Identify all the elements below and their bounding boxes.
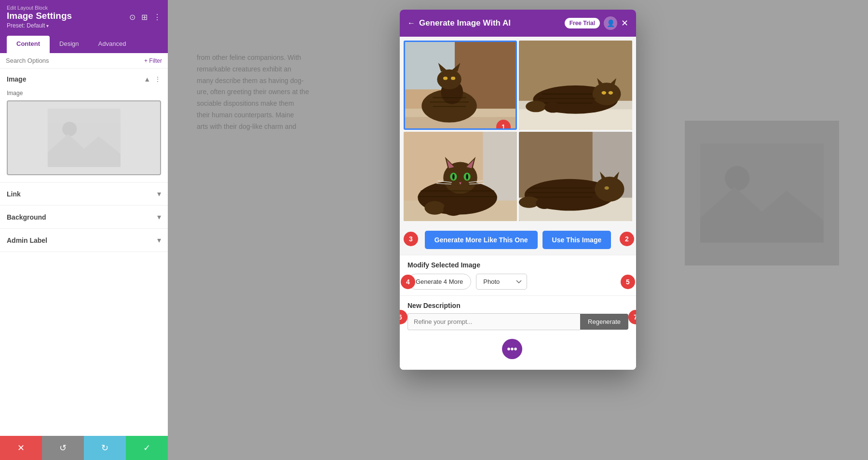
new-description-section: New Description 6 Regenerate 7 — [400, 295, 636, 338]
new-description-row: 6 Regenerate 7 — [407, 313, 628, 330]
modal-overlay[interactable]: ← Generate Image With AI Free Trial 👤 ✕ — [168, 0, 868, 460]
ai-modal-title: Generate Image With AI — [419, 18, 511, 28]
svg-point-59 — [595, 177, 624, 202]
svg-point-67 — [536, 198, 553, 209]
modify-section: Modify Selected Image 4 Generate 4 More … — [400, 255, 636, 295]
admin-label-section-header[interactable]: Admin Label ▾ — [0, 229, 168, 251]
step-badge-2: 2 — [620, 232, 634, 246]
svg-point-44 — [452, 174, 455, 180]
chevron-down-icon-admin: ▾ — [157, 236, 161, 245]
svg-point-23 — [593, 83, 621, 105]
grid-image-2[interactable] — [519, 41, 632, 130]
image-section: Image ▲ ⋮ Image — [0, 69, 168, 182]
sidebar-title-group: Edit Layout Block Image Settings Preset:… — [7, 5, 72, 29]
step-badge-3: 3 — [404, 232, 418, 246]
tab-design[interactable]: Design — [50, 36, 88, 53]
svg-point-45 — [466, 174, 468, 180]
cat-image-2 — [519, 41, 632, 130]
more-options-button[interactable]: ••• — [502, 339, 522, 359]
svg-point-11 — [437, 70, 461, 89]
photo-style-select[interactable]: Photo Illustration Sketch Painting — [476, 274, 527, 290]
tab-advanced[interactable]: Advanced — [89, 36, 136, 53]
svg-point-31 — [526, 101, 546, 112]
image-section-controls: ▲ ⋮ — [144, 75, 161, 83]
save-icon: ✓ — [143, 443, 150, 453]
step-badge-7: 7 — [628, 310, 636, 324]
ai-modal-body[interactable]: 1 — [400, 37, 636, 370]
image-section-content: Image — [0, 90, 168, 182]
section-more-icon[interactable]: ⋮ — [154, 75, 161, 83]
chevron-down-icon: ▾ — [46, 23, 49, 28]
target-icon[interactable]: ⊙ — [129, 13, 136, 22]
cat-image-1 — [405, 42, 515, 128]
window-title: Edit Layout Block — [7, 5, 72, 11]
image-field-label: Image — [7, 90, 161, 97]
free-trial-badge: Free Trial — [565, 18, 600, 28]
step-badge-6: 6 — [400, 310, 407, 324]
grid-image-4[interactable] — [519, 132, 632, 221]
admin-label-section: Admin Label ▾ — [0, 229, 168, 252]
background-section: Background ▾ — [0, 206, 168, 229]
svg-point-1 — [62, 122, 77, 136]
sidebar: Edit Layout Block Image Settings Preset:… — [0, 0, 168, 460]
svg-point-15 — [451, 77, 455, 80]
columns-icon[interactable]: ⊞ — [141, 13, 148, 22]
svg-point-53 — [424, 201, 445, 215]
chevron-down-icon-bg: ▾ — [157, 212, 161, 222]
cancel-icon: ✕ — [17, 443, 25, 453]
svg-point-32 — [544, 102, 561, 112]
sidebar-header-top: Edit Layout Block Image Settings Preset:… — [7, 5, 161, 32]
svg-point-26 — [602, 91, 606, 95]
chevron-down-icon-link: ▾ — [157, 189, 161, 198]
close-button[interactable]: ✕ — [621, 18, 628, 28]
use-image-button[interactable]: Use This Image — [542, 231, 611, 249]
grid-image-3[interactable] — [404, 132, 517, 221]
preset-label[interactable]: Preset: Default ▾ — [7, 22, 72, 29]
step-badge-5: 5 — [621, 275, 635, 289]
svg-point-62 — [604, 186, 609, 190]
search-input[interactable] — [6, 57, 141, 64]
admin-label-section-title: Admin Label — [7, 237, 47, 244]
cat-image-4 — [519, 132, 632, 221]
ai-modal-title-row: ← Generate Image With AI — [407, 18, 511, 28]
search-row: + Filter — [0, 53, 168, 69]
ai-modal: ← Generate Image With AI Free Trial 👤 ✕ — [400, 10, 636, 370]
link-section-header[interactable]: Link ▾ — [0, 182, 168, 205]
more-options-icon[interactable]: ⋮ — [153, 13, 161, 22]
image-section-title: Image — [7, 75, 26, 83]
bottom-bar: ✕ ↺ ↻ ✓ — [0, 436, 168, 460]
modify-controls-row: 4 Generate 4 More Photo Illustration Ske… — [407, 274, 628, 290]
step-badge-4: 4 — [401, 275, 415, 289]
image-placeholder[interactable] — [7, 100, 161, 175]
cat-image-3 — [404, 132, 517, 221]
regenerate-button[interactable]: Regenerate — [580, 314, 628, 330]
save-button[interactable]: ✓ — [126, 436, 168, 460]
user-icon: 👤 — [604, 16, 617, 30]
main-content: from other feline companions. With remar… — [168, 0, 868, 460]
ai-modal-header: ← Generate Image With AI Free Trial 👤 ✕ — [400, 10, 636, 37]
modify-section-title: Modify Selected Image — [407, 261, 628, 269]
action-buttons-row: 3 Generate More Like This One Use This I… — [400, 223, 636, 255]
cancel-button[interactable]: ✕ — [0, 436, 42, 460]
background-section-title: Background — [7, 213, 46, 221]
sidebar-header: Edit Layout Block Image Settings Preset:… — [0, 0, 168, 53]
undo-button[interactable]: ↺ — [42, 436, 84, 460]
generate-more-button[interactable]: Generate More Like This One — [425, 231, 538, 249]
sidebar-icon-group: ⊙ ⊞ ⋮ — [129, 13, 161, 22]
background-section-header[interactable]: Background ▾ — [0, 206, 168, 228]
image-section-header[interactable]: Image ▲ ⋮ — [0, 69, 168, 90]
back-button[interactable]: ← — [407, 19, 415, 28]
link-section-title: Link — [7, 190, 21, 198]
link-section: Link ▾ — [0, 182, 168, 206]
generate-4-button[interactable]: Generate 4 More — [407, 274, 471, 290]
grid-image-1[interactable]: 1 — [404, 41, 517, 130]
prompt-input[interactable] — [407, 313, 580, 330]
image-grid: 1 — [400, 37, 636, 223]
redo-button[interactable]: ↻ — [84, 436, 126, 460]
svg-point-27 — [609, 91, 613, 95]
filter-button[interactable]: + Filter — [144, 57, 162, 64]
image-placeholder-icon — [23, 109, 145, 167]
tab-content[interactable]: Content — [7, 36, 50, 53]
svg-point-14 — [443, 77, 448, 80]
sidebar-tabs: Content Design Advanced — [7, 32, 161, 53]
